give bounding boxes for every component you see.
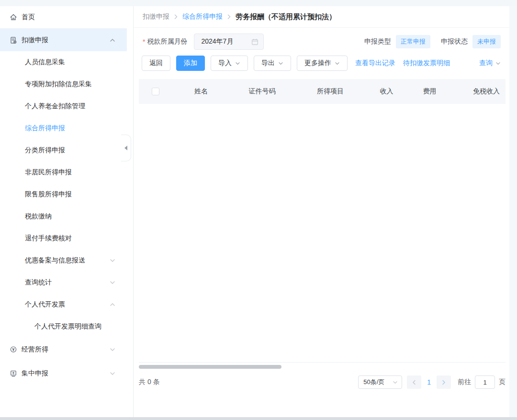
sidebar-item-label: 个人代开发票 — [25, 300, 65, 309]
more-actions-label: 更多操作 — [304, 59, 331, 68]
sidebar-item-label: 首页 — [22, 13, 35, 22]
declaration-status-label: 申报状态 — [441, 37, 468, 46]
page-right-margin — [509, 6, 517, 417]
tax-month-label: 税款所属月份 — [147, 37, 187, 46]
sidebar-item-personal-pension-deduction[interactable]: 个人养老金扣除管理 — [0, 95, 127, 117]
goto-page-unit: 页 — [499, 378, 506, 386]
import-label: 导入 — [218, 59, 232, 68]
sidebar-group-query-statistics[interactable]: 查询统计 — [0, 272, 127, 294]
sidebar-item-special-additional-deduction[interactable]: 专项附加扣除信息采集 — [0, 73, 127, 95]
chevron-down-icon — [110, 259, 115, 262]
header-cell-checkbox — [139, 88, 172, 95]
sidebar-item-label: 分类所得申报 — [25, 146, 65, 155]
import-dropdown-button[interactable]: 导入 — [211, 56, 248, 71]
current-page-number[interactable]: 1 — [427, 378, 431, 386]
goto-page-label: 前往 — [458, 378, 471, 386]
sidebar-item-label: 扣缴申报 — [22, 36, 48, 45]
sidebar-item-label: 专项附加扣除信息采集 — [25, 80, 92, 89]
query-label: 查询 — [479, 59, 493, 68]
sidebar-item-nonresident-income-declaration[interactable]: 非居民所得申报 — [0, 161, 127, 183]
declaration-type-label: 申报类型 — [364, 37, 391, 46]
sidebar-item-comprehensive-income-declaration[interactable]: 综合所得申报 — [0, 117, 127, 139]
tax-month-picker[interactable]: 2024年7月 — [194, 34, 264, 50]
sidebar-item-tax-payment[interactable]: 税款缴纳 — [0, 205, 127, 227]
sidebar-item-classified-income-declaration[interactable]: 分类所得申报 — [0, 139, 127, 161]
chevron-down-icon — [110, 372, 115, 375]
tax-month-value: 2024年7月 — [201, 37, 233, 46]
next-page-button[interactable] — [437, 375, 451, 389]
sidebar: 首页 扣缴申报 人员信息采集 专项附加扣除信息采集 个人养老金扣除管理 综合所得… — [0, 6, 134, 417]
prev-page-button[interactable] — [407, 375, 421, 389]
page-size-select[interactable]: 50条/页 — [358, 375, 402, 389]
chevron-down-icon — [110, 281, 115, 284]
window-top-strip — [0, 0, 517, 6]
chevron-down-icon — [110, 348, 115, 352]
chevron-right-icon — [442, 380, 446, 385]
sidebar-group-preferential-filing[interactable]: 优惠备案与信息报送 — [0, 250, 127, 272]
table-footer: 共 0 条 50条/页 1 前往 页 — [134, 369, 509, 389]
sidebar-collapse-handle[interactable] — [121, 135, 131, 161]
sidebar-item-label: 人员信息采集 — [25, 58, 65, 67]
centralized-declaration-icon — [10, 370, 17, 377]
sidebar-group-withholding-declaration[interactable]: 扣缴申报 — [0, 29, 127, 51]
declaration-status-badge: 未申报 — [472, 35, 501, 48]
sidebar-item-label: 集中申报 — [22, 369, 48, 378]
sidebar-item-restricted-shares-declaration[interactable]: 限售股所得申报 — [0, 183, 127, 205]
declaration-type-badge: 正常申报 — [396, 35, 430, 48]
header-cell-income: 收入 — [366, 87, 407, 96]
export-label: 导出 — [261, 59, 275, 68]
sidebar-item-refund-fee-check[interactable]: 退付手续费核对 — [0, 227, 127, 250]
chevron-up-icon — [110, 38, 115, 42]
calendar-icon — [251, 38, 258, 45]
collapse-left-icon — [124, 146, 127, 150]
main-content: 扣缴申报 综合所得申报 劳务报酬（不适用累计预扣法） * 税款所属月份 2024… — [134, 6, 509, 417]
breadcrumb-withholding: 扣缴申报 — [143, 12, 169, 21]
header-cell-tax-free-income: 免税收入 — [452, 87, 506, 96]
sidebar-item-label: 限售股所得申报 — [25, 190, 72, 199]
toolbar: 返回 添加 导入 导出 更多操作 查看导出记录 待扣缴发票明细 查询 — [134, 56, 509, 71]
pending-withholding-invoice-detail-link[interactable]: 待扣缴发票明细 — [403, 59, 450, 68]
chevron-down-icon — [393, 381, 398, 384]
total-count: 共 0 条 — [139, 378, 160, 386]
business-income-icon — [10, 346, 17, 353]
required-mark: * — [143, 38, 145, 45]
sidebar-menu: 首页 扣缴申报 人员信息采集 专项附加扣除信息采集 个人养老金扣除管理 综合所得… — [0, 6, 127, 417]
declaration-info: 申报类型 正常申报 申报状态 未申报 — [364, 35, 501, 48]
sidebar-item-label: 经营所得 — [22, 345, 48, 354]
sidebar-item-personnel-info-collection[interactable]: 人员信息采集 — [0, 51, 127, 73]
view-export-records-link[interactable]: 查看导出记录 — [355, 59, 395, 68]
sidebar-item-label: 个人养老金扣除管理 — [25, 102, 85, 111]
chevron-down-icon — [235, 62, 240, 65]
header-cell-name: 姓名 — [172, 87, 230, 96]
goto-page-input[interactable] — [475, 375, 495, 389]
sidebar-item-label: 退付手续费核对 — [25, 234, 72, 243]
breadcrumb-comprehensive-income[interactable]: 综合所得申报 — [182, 12, 223, 21]
horizontal-scrollbar-thumb[interactable] — [139, 365, 281, 369]
sidebar-item-label: 个人代开发票明细查询 — [34, 322, 101, 331]
table-empty-body — [139, 104, 506, 363]
sidebar-item-label: 查询统计 — [25, 278, 52, 287]
page-size-value: 50条/页 — [363, 378, 384, 386]
sidebar-item-personal-invoice-detail-query[interactable]: 个人代开发票明细查询 — [0, 316, 127, 338]
withholding-declaration-icon — [10, 36, 17, 44]
query-toggle-link[interactable]: 查询 — [479, 59, 501, 68]
header-cell-id-number: 证件号码 — [230, 87, 294, 96]
sidebar-group-business-income[interactable]: 经营所得 — [0, 338, 127, 362]
export-dropdown-button[interactable]: 导出 — [254, 56, 291, 71]
breadcrumb-separator-icon — [227, 14, 231, 20]
sidebar-item-home[interactable]: 首页 — [0, 6, 127, 29]
page-title: 劳务报酬（不适用累计预扣法） — [236, 12, 336, 22]
sidebar-group-personal-invoice-issuing[interactable]: 个人代开发票 — [0, 294, 127, 316]
back-button[interactable]: 返回 — [142, 56, 170, 71]
home-icon — [10, 13, 17, 21]
chevron-up-icon — [110, 303, 115, 306]
horizontal-scrollbar — [139, 365, 506, 369]
sidebar-group-centralized-declaration[interactable]: 集中申报 — [0, 362, 127, 386]
chevron-left-icon — [412, 380, 416, 385]
header-cell-income-item: 所得项目 — [294, 87, 366, 96]
sidebar-item-label: 优惠备案与信息报送 — [25, 256, 85, 265]
select-all-checkbox[interactable] — [152, 88, 159, 95]
more-actions-dropdown-button[interactable]: 更多操作 — [297, 56, 348, 71]
add-button[interactable]: 添加 — [176, 56, 205, 71]
header-cell-expense: 费用 — [407, 87, 452, 96]
